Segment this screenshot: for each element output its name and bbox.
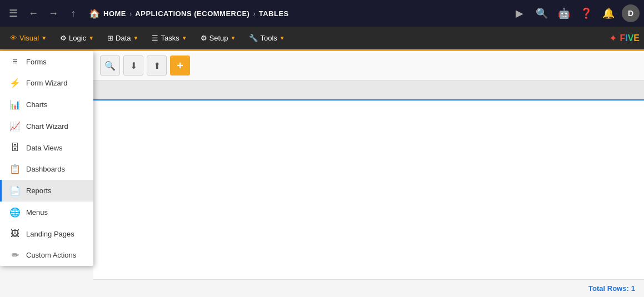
nav-logic[interactable]: ⚙ Logic ▼ (54, 31, 99, 46)
dropdown-data-views[interactable]: 🗄 Data Views (0, 137, 93, 158)
charts-icon: 📊 (9, 99, 21, 110)
visual-dropdown-menu: ≡ Forms ⚡ Form Wizard 📊 Charts 📈 Chart W… (0, 51, 93, 266)
charts-label: Charts (26, 100, 47, 109)
nav-tools-label: Tools (260, 34, 277, 42)
visual-dropdown-arrow: ▼ (41, 35, 47, 41)
tools-icon: 🔧 (249, 34, 258, 42)
download-button[interactable]: ⬇ (123, 56, 143, 75)
custom-actions-icon: ✏ (9, 250, 21, 260)
setup-icon: ⚙ (201, 34, 207, 42)
add-button[interactable]: + (170, 56, 190, 75)
dashboards-icon: 📋 (9, 164, 21, 174)
table-content (93, 100, 644, 279)
breadcrumb-app[interactable]: APPLICATIONS (ECOMMERCE) (135, 9, 249, 18)
forms-label: Forms (26, 58, 47, 66)
dropdown-landing-pages[interactable]: 🖼 Landing Pages (0, 223, 93, 244)
nav-setup-label: Setup (209, 34, 228, 42)
data-dropdown-arrow: ▼ (133, 35, 139, 41)
reports-icon: 📄 (9, 185, 21, 196)
top-navigation-bar: ☰ ← → ↑ 🏠 HOME › APPLICATIONS (ECOMMERCE… (0, 0, 644, 27)
nav-data-label: Data (116, 34, 131, 42)
nav-tasks[interactable]: ☰ Tasks ▼ (146, 31, 192, 46)
dropdown-dashboards[interactable]: 📋 Dashboards (0, 158, 93, 180)
tasks-icon: ☰ (152, 34, 158, 42)
forms-icon: ≡ (9, 57, 21, 67)
chart-wizard-icon: 📈 (9, 121, 21, 132)
dropdown-forms[interactable]: ≡ Forms (0, 51, 93, 72)
form-wizard-icon: ⚡ (9, 78, 21, 88)
bell-icon[interactable]: 🔔 (600, 4, 617, 22)
menus-label: Menus (26, 208, 48, 217)
hamburger-icon[interactable]: ☰ (4, 4, 22, 22)
nav-logic-label: Logic (69, 34, 86, 42)
secondary-navigation-bar: 👁 Visual ▼ ⚙ Logic ▼ ⊞ Data ▼ ☰ Tasks ▼ … (0, 27, 644, 51)
add-icon: + (177, 59, 183, 72)
five-logo: ✦ FIVE (609, 32, 640, 44)
bottom-bar: Total Rows: 1 (93, 279, 644, 297)
dropdown-menus[interactable]: 🌐 Menus (0, 202, 93, 223)
nav-data[interactable]: ⊞ Data ▼ (102, 31, 144, 46)
robot-icon[interactable]: 🤖 (555, 4, 573, 22)
breadcrumb-home[interactable]: HOME (103, 9, 126, 18)
custom-actions-label: Custom Actions (26, 251, 76, 259)
toolbar: 🔍 ⬇ ⬆ + (93, 51, 644, 80)
breadcrumb-sep-2: › (253, 9, 255, 18)
menus-icon: 🌐 (9, 207, 21, 218)
data-views-label: Data Views (26, 144, 63, 152)
table-header-row (93, 80, 644, 100)
help-icon[interactable]: ❓ (577, 4, 595, 22)
tasks-dropdown-arrow: ▼ (182, 35, 187, 41)
logo-five-text: FIVE (620, 33, 640, 43)
upload-button[interactable]: ⬆ (147, 56, 167, 75)
chart-wizard-label: Chart Wizard (26, 122, 68, 130)
avatar[interactable]: D (622, 4, 640, 22)
play-icon[interactable]: ▶ (511, 4, 528, 22)
forward-icon[interactable]: → (44, 4, 62, 22)
dropdown-form-wizard[interactable]: ⚡ Form Wizard (0, 72, 93, 94)
logic-dropdown-arrow: ▼ (88, 35, 94, 41)
total-rows-value: 1 (631, 284, 635, 293)
dropdown-charts[interactable]: 📊 Charts (0, 94, 93, 115)
nav-menu-items: 👁 Visual ▼ ⚙ Logic ▼ ⊞ Data ▼ ☰ Tasks ▼ … (4, 31, 609, 46)
logic-icon: ⚙ (60, 34, 67, 42)
content-panel: 🔍 ⬇ ⬆ + Total Rows: 1 (93, 51, 644, 297)
dashboards-label: Dashboards (26, 165, 65, 173)
nav-setup[interactable]: ⚙ Setup ▼ (195, 31, 242, 46)
tools-dropdown-arrow: ▼ (279, 35, 285, 41)
search-icon[interactable]: 🔍 (533, 4, 551, 22)
form-wizard-label: Form Wizard (26, 79, 67, 87)
dropdown-custom-actions[interactable]: ✏ Custom Actions (0, 244, 93, 266)
total-rows-label: Total Rows: (588, 284, 629, 293)
nav-visual-label: Visual (19, 34, 39, 42)
breadcrumb-tables[interactable]: TABLES (259, 9, 289, 18)
top-bar-left: ☰ ← → ↑ 🏠 HOME › APPLICATIONS (ECOMMERCE… (4, 4, 511, 22)
setup-dropdown-arrow: ▼ (231, 35, 236, 41)
up-icon[interactable]: ↑ (64, 4, 82, 22)
home-icon: 🏠 (89, 8, 100, 19)
dropdown-reports[interactable]: 📄 Reports (0, 180, 93, 202)
search-button[interactable]: 🔍 (100, 56, 120, 75)
nav-tasks-label: Tasks (161, 34, 179, 42)
eye-icon: 👁 (10, 34, 17, 42)
landing-pages-label: Landing Pages (26, 230, 74, 238)
dropdown-chart-wizard[interactable]: 📈 Chart Wizard (0, 115, 93, 137)
data-icon: ⊞ (107, 34, 113, 42)
back-icon[interactable]: ← (24, 4, 42, 22)
reports-label: Reports (26, 187, 52, 195)
nav-visual[interactable]: 👁 Visual ▼ (4, 31, 52, 46)
logo-star: ✦ (609, 32, 617, 44)
nav-tools[interactable]: 🔧 Tools ▼ (243, 31, 290, 46)
main-area: ≡ Forms ⚡ Form Wizard 📊 Charts 📈 Chart W… (0, 51, 644, 297)
breadcrumb: 🏠 HOME › APPLICATIONS (ECOMMERCE) › TABL… (89, 8, 289, 19)
data-views-icon: 🗄 (9, 143, 21, 153)
landing-pages-icon: 🖼 (9, 229, 21, 239)
breadcrumb-sep-1: › (129, 9, 132, 18)
top-bar-right: ▶ 🔍 🤖 ❓ 🔔 D (511, 4, 640, 22)
